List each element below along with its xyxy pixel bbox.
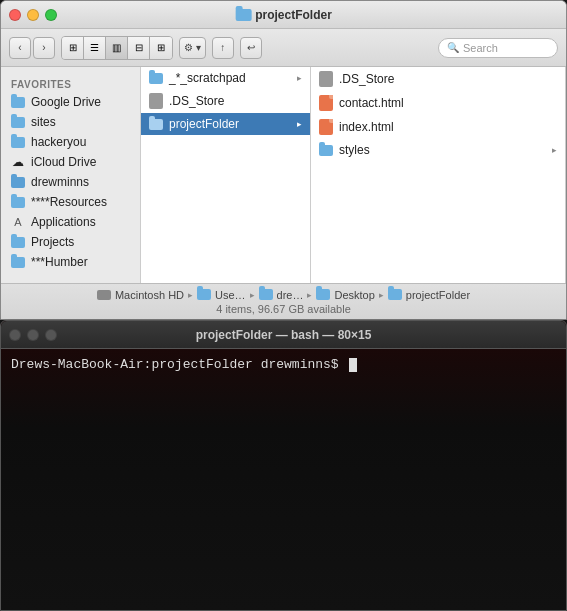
terminal-minimize-button[interactable]: [27, 329, 39, 341]
folder-icon: [149, 73, 163, 84]
sidebar-item-humber[interactable]: ***Humber: [1, 252, 140, 272]
path-projectfolder-label: projectFolder: [406, 289, 470, 301]
sidebar-item-sites[interactable]: sites: [1, 112, 140, 132]
list-view-button[interactable]: ☰: [84, 37, 106, 59]
folder-icon: [11, 256, 25, 268]
path-desktop-label: Desktop: [334, 289, 374, 301]
path-sep: ▸: [250, 290, 255, 300]
path-hd-label: Macintosh HD: [115, 289, 184, 301]
window-title: projectFolder: [235, 8, 332, 22]
folder-icon: [319, 145, 333, 156]
terminal-prompt: Drews-MacBook-Air:projectFolder drewminn…: [11, 357, 556, 372]
forward-button[interactable]: ›: [33, 37, 55, 59]
col2-item-index[interactable]: index.html: [311, 115, 565, 139]
path-sep: ▸: [307, 290, 312, 300]
share-button[interactable]: ↑: [212, 37, 234, 59]
minimize-button[interactable]: [27, 9, 39, 21]
terminal-window: projectFolder — bash — 80×15 Drews-MacBo…: [0, 320, 567, 611]
sidebar-item-icloud[interactable]: ☁ iCloud Drive: [1, 152, 140, 172]
terminal-close-button[interactable]: [9, 329, 21, 341]
terminal-cursor: [349, 358, 357, 372]
path-folder-icon: [259, 289, 273, 300]
col2-item-styles[interactable]: styles ▸: [311, 139, 565, 161]
nav-buttons: ‹ ›: [9, 37, 55, 59]
folder-icon: [11, 96, 25, 108]
col1-item-scratchpad[interactable]: _*_scratchpad ▸: [141, 67, 310, 89]
terminal-traffic-lights: [9, 329, 57, 341]
sidebar-item-projects[interactable]: Projects: [1, 232, 140, 252]
path-folder-icon: [197, 289, 211, 300]
sidebar-item-applications[interactable]: A Applications: [1, 212, 140, 232]
sidebar-item-google-drive[interactable]: Google Drive: [1, 92, 140, 112]
cover-flow-button[interactable]: ⊟: [128, 37, 150, 59]
terminal-maximize-button[interactable]: [45, 329, 57, 341]
status-bar: Macintosh HD ▸ Use… ▸ dre… ▸ Desktop ▸ p…: [1, 283, 566, 319]
folder-icon: [149, 119, 163, 130]
finder-window: projectFolder ‹ › ⊞ ☰ ▥ ⊟ ⊞ ⚙ ▾ ↑ ↩ 🔍 Se…: [0, 0, 567, 320]
folder-icon: [11, 176, 25, 188]
title-folder-icon: [235, 9, 251, 21]
folder-icon: [11, 236, 25, 248]
html-file-icon: [319, 119, 333, 135]
finder-title-bar: projectFolder: [1, 1, 566, 29]
chevron-icon: ▸: [552, 145, 557, 155]
finder-toolbar: ‹ › ⊞ ☰ ▥ ⊟ ⊞ ⚙ ▾ ↑ ↩ 🔍 Search: [1, 29, 566, 67]
col1-item-ds-store[interactable]: .DS_Store: [141, 89, 310, 113]
column-2: .DS_Store contact.html index.html styles…: [311, 67, 566, 283]
ds-store-icon: [149, 93, 163, 109]
folder-icon: [11, 136, 25, 148]
traffic-lights: [9, 9, 57, 21]
ds-store-icon: [319, 71, 333, 87]
folder-icon: [11, 196, 25, 208]
action-button[interactable]: ⚙ ▾: [179, 37, 206, 59]
path-sep: ▸: [188, 290, 193, 300]
search-bar[interactable]: 🔍 Search: [438, 38, 558, 58]
path-bar: Macintosh HD ▸ Use… ▸ dre… ▸ Desktop ▸ p…: [97, 289, 470, 301]
back-button[interactable]: ‹: [9, 37, 31, 59]
chevron-icon: ▸: [297, 73, 302, 83]
path-user-label: Use…: [215, 289, 246, 301]
sidebar: Favorites Google Drive sites hackeryou ☁…: [1, 67, 141, 283]
extra-view-button[interactable]: ⊞: [150, 37, 172, 59]
search-icon: 🔍: [447, 42, 459, 53]
close-button[interactable]: [9, 9, 21, 21]
maximize-button[interactable]: [45, 9, 57, 21]
sidebar-item-drewminns[interactable]: drewminns: [1, 172, 140, 192]
sidebar-item-resources[interactable]: ****Resources: [1, 192, 140, 212]
cloud-icon: ☁: [11, 156, 25, 168]
sidebar-section-header: Favorites: [1, 75, 140, 92]
apps-icon: A: [11, 216, 25, 228]
finder-content: Favorites Google Drive sites hackeryou ☁…: [1, 67, 566, 283]
col2-item-ds-store[interactable]: .DS_Store: [311, 67, 565, 91]
terminal-title-bar: projectFolder — bash — 80×15: [1, 321, 566, 349]
icon-view-button[interactable]: ⊞: [62, 37, 84, 59]
folder-icon: [11, 116, 25, 128]
column-1: _*_scratchpad ▸ .DS_Store projectFolder …: [141, 67, 311, 283]
column-view-button[interactable]: ▥: [106, 37, 128, 59]
path-folder-icon: [316, 289, 330, 300]
terminal-title: projectFolder — bash — 80×15: [196, 328, 372, 342]
prompt-text: Drews-MacBook-Air:projectFolder drewminn…: [11, 357, 346, 372]
path-dre-label: dre…: [277, 289, 304, 301]
hd-path-icon: [97, 290, 111, 300]
chevron-icon: ▸: [297, 119, 302, 129]
file-columns: _*_scratchpad ▸ .DS_Store projectFolder …: [141, 67, 566, 283]
sidebar-item-hackeryou[interactable]: hackeryou: [1, 132, 140, 152]
search-placeholder: Search: [463, 42, 498, 54]
html-file-icon: [319, 95, 333, 111]
disk-info: 4 items, 96.67 GB available: [216, 303, 351, 315]
path-folder-icon: [388, 289, 402, 300]
edit-button[interactable]: ↩: [240, 37, 262, 59]
col2-item-contact[interactable]: contact.html: [311, 91, 565, 115]
col1-item-projectfolder[interactable]: projectFolder ▸: [141, 113, 310, 135]
view-buttons: ⊞ ☰ ▥ ⊟ ⊞: [61, 36, 173, 60]
path-sep: ▸: [379, 290, 384, 300]
terminal-body[interactable]: Drews-MacBook-Air:projectFolder drewminn…: [1, 349, 566, 610]
